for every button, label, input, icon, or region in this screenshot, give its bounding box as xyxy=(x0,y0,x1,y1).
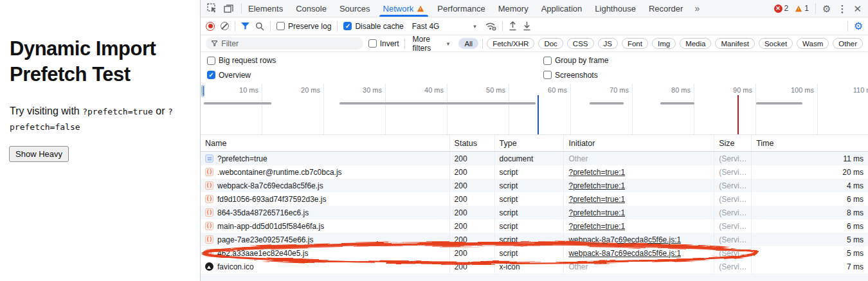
tab-recorder[interactable]: Recorder xyxy=(642,0,689,17)
filter-input[interactable] xyxy=(221,39,357,48)
script-file-icon: () xyxy=(205,222,213,230)
filter-chip-manifest[interactable]: Manifest xyxy=(715,38,754,49)
filter-chip-doc[interactable]: Doc xyxy=(538,38,563,49)
requests-table: ?prefetch=true200documentOther(Servi…11 … xyxy=(201,152,868,281)
network-overview-timeline[interactable]: 10 ms20 ms30 ms40 ms50 ms60 ms70 ms80 ms… xyxy=(201,84,868,135)
checkbox-unchecked[interactable] xyxy=(543,57,552,65)
initiator-link[interactable]: ?prefetch=true:1 xyxy=(568,195,625,204)
checkbox-unchecked[interactable] xyxy=(207,57,215,65)
initiator-link[interactable]: ?prefetch=true:1 xyxy=(568,208,625,217)
overview-tick-label: 10 ms xyxy=(216,86,258,94)
import-har-icon[interactable] xyxy=(509,21,517,31)
inspect-element-icon[interactable] xyxy=(207,3,217,14)
table-row[interactable]: ()main-app-dd5d01d5f584e6fa.js200script?… xyxy=(201,219,868,233)
show-heavy-button[interactable]: Show Heavy xyxy=(9,146,69,162)
network-settings-gear-icon[interactable]: ⚙ xyxy=(854,21,863,32)
tab-sources[interactable]: Sources xyxy=(333,0,377,17)
filter-input-box[interactable] xyxy=(206,37,363,50)
filter-chip-img[interactable]: Img xyxy=(652,38,676,49)
console-error-badge[interactable]: ✕ 2 xyxy=(774,4,789,13)
initiator-link[interactable]: webpack-8a7c69ecda8c5f6e.js:1 xyxy=(568,235,681,244)
overview-gridline xyxy=(817,84,818,134)
filter-chip-fetch-xhr[interactable]: Fetch/XHR xyxy=(487,38,534,49)
console-warning-badge[interactable]: 1 xyxy=(795,4,809,13)
cell-type: script xyxy=(495,179,565,192)
tab-application[interactable]: Application xyxy=(535,0,589,17)
column-header-status[interactable]: Status xyxy=(450,135,495,151)
overview-gridline xyxy=(632,84,633,134)
column-header-type[interactable]: Type xyxy=(495,135,565,151)
table-row[interactable]: ().webcontainer@runtime.cb7c0bca.js200sc… xyxy=(201,165,868,179)
big-request-rows-checkbox[interactable]: Big request rows xyxy=(207,56,543,65)
checkbox-unchecked[interactable] xyxy=(276,22,285,30)
export-har-icon[interactable] xyxy=(523,21,531,31)
overview-tick-label: 20 ms xyxy=(278,86,320,94)
preserve-log-checkbox[interactable]: Preserve log xyxy=(276,22,331,31)
device-toolbar-icon[interactable] xyxy=(224,4,235,14)
table-row[interactable]: ()462.a33aae1ec82e40e5.js200scriptwebpac… xyxy=(201,246,868,260)
filter-chip-css[interactable]: CSS xyxy=(567,38,594,49)
filter-chip-js[interactable]: JS xyxy=(598,38,618,49)
overview-checkbox[interactable]: ✓ Overview xyxy=(207,71,543,80)
table-row[interactable]: favicon.ico200x-iconOther(Servi…7 ms xyxy=(201,260,868,273)
more-tabs-button[interactable]: » xyxy=(689,0,705,17)
cell-size: (Servi… xyxy=(714,260,752,273)
search-icon[interactable] xyxy=(255,22,264,31)
more-options-icon[interactable]: ⋮ xyxy=(837,4,847,14)
tab-network[interactable]: Network xyxy=(377,0,431,17)
invert-filter-checkbox[interactable]: Invert xyxy=(368,39,399,48)
filter-funnel-icon[interactable] xyxy=(241,23,249,30)
initiator-link[interactable]: webpack-8a7c69ecda8c5f6e.js:1 xyxy=(568,249,681,258)
network-conditions-icon[interactable] xyxy=(485,21,496,31)
settings-gear-icon[interactable]: ⚙ xyxy=(822,4,831,14)
tab-memory[interactable]: Memory xyxy=(492,0,535,17)
tab-performance[interactable]: Performance xyxy=(431,0,491,17)
table-row[interactable]: ()864-35da487265716ec6.js200script?prefe… xyxy=(201,206,868,219)
table-row[interactable]: ()webpack-8a7c69ecda8c5f6e.js200script?p… xyxy=(201,179,868,192)
filter-chip-media[interactable]: Media xyxy=(680,38,711,49)
more-filters-button[interactable]: More filters ▾ xyxy=(410,35,453,53)
request-name: fd9d1056-693ad74f37592d3e.js xyxy=(217,195,327,204)
column-header-name[interactable]: Name xyxy=(201,135,450,151)
record-network-log-button[interactable] xyxy=(206,22,215,31)
filter-chip-socket[interactable]: Socket xyxy=(759,38,793,49)
cell-initiator: Other xyxy=(564,152,714,165)
checkbox-checked[interactable]: ✓ xyxy=(207,71,215,79)
cell-initiator: ?prefetch=true:1 xyxy=(564,179,714,192)
tab-elements[interactable]: Elements xyxy=(242,0,289,17)
cell-type: script xyxy=(495,246,565,260)
column-header-time[interactable]: Time xyxy=(752,135,868,151)
cell-size: (Servi… xyxy=(714,219,752,233)
column-header-initiator[interactable]: Initiator xyxy=(564,135,714,151)
network-filter-bar: Invert More filters ▾ AllFetch/XHRDocCSS… xyxy=(201,35,868,52)
table-row[interactable]: ()fd9d1056-693ad74f37592d3e.js200script?… xyxy=(201,192,868,206)
filter-chip-other[interactable]: Other xyxy=(833,38,863,49)
checkbox-unchecked[interactable] xyxy=(368,39,377,48)
cell-initiator: webpack-8a7c69ecda8c5f6e.js:1 xyxy=(564,246,714,260)
request-name: main-app-dd5d01d5f584e6fa.js xyxy=(217,222,324,231)
script-file-icon: () xyxy=(205,208,213,217)
close-devtools-icon[interactable]: ✕ xyxy=(853,4,862,14)
overview-resize-handle[interactable] xyxy=(201,85,204,97)
initiator-link[interactable]: ?prefetch=true:1 xyxy=(568,168,625,177)
clear-network-log-icon[interactable] xyxy=(221,22,229,30)
filter-chip-all[interactable]: All xyxy=(458,38,478,49)
checkbox-checked[interactable]: ✓ xyxy=(343,22,352,30)
cell-initiator: ?prefetch=true:1 xyxy=(564,192,714,206)
filter-chip-wasm[interactable]: Wasm xyxy=(797,38,829,49)
initiator-link[interactable]: ?prefetch=true:1 xyxy=(568,181,625,190)
tab-lighthouse[interactable]: Lighthouse xyxy=(588,0,642,17)
screenshots-checkbox[interactable]: Screenshots xyxy=(543,71,868,80)
filter-chip-font[interactable]: Font xyxy=(622,38,648,49)
table-row[interactable]: ()page-7ae23e0925745e66.js200scriptwebpa… xyxy=(201,233,868,246)
disable-cache-checkbox[interactable]: ✓ Disable cache xyxy=(343,22,403,31)
group-by-frame-checkbox[interactable]: Group by frame xyxy=(543,56,868,65)
request-name: ?prefetch=true xyxy=(217,154,267,163)
overview-tick-label: 80 ms xyxy=(648,86,691,94)
tab-console[interactable]: Console xyxy=(289,0,333,17)
initiator-link[interactable]: ?prefetch=true:1 xyxy=(568,222,625,231)
table-row[interactable]: ?prefetch=true200documentOther(Servi…11 … xyxy=(201,152,868,165)
throttling-select[interactable]: Fast 4G ▾ xyxy=(410,21,479,32)
column-header-size[interactable]: Size xyxy=(714,135,752,151)
checkbox-unchecked[interactable] xyxy=(543,71,552,79)
